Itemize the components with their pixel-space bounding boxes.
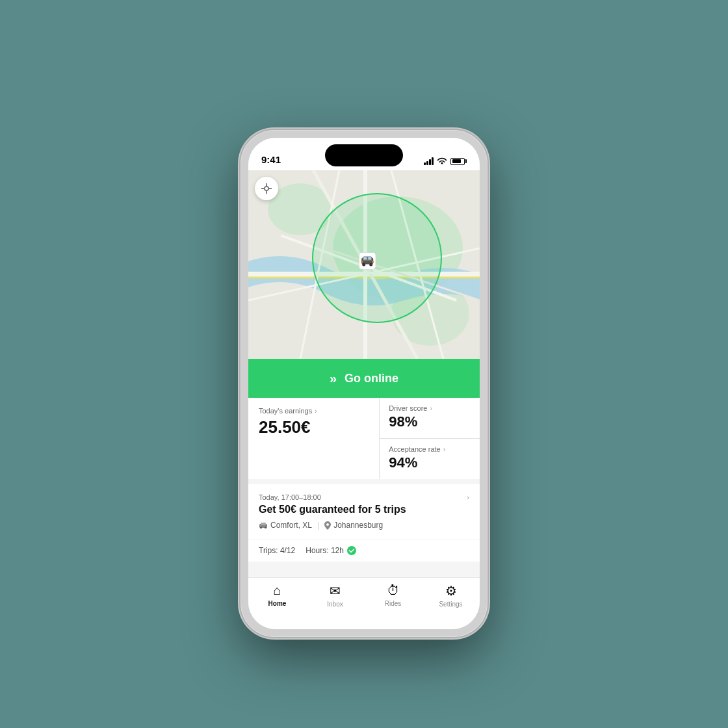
dynamic-island — [325, 144, 403, 166]
settings-nav-label: Settings — [439, 601, 462, 608]
stats-section: Today's earnings › 25.50€ Driver score ›… — [248, 398, 480, 479]
svg-rect-21 — [372, 261, 374, 263]
promo-type: Comfort, XL — [259, 521, 312, 530]
status-bar: 9:41 — [248, 138, 480, 170]
nav-item-home[interactable]: ⌂ Home — [248, 583, 306, 607]
stats-right: Driver score › 98% Acceptance rate › 94% — [380, 398, 480, 479]
svg-point-31 — [347, 546, 356, 555]
acceptance-rate-value: 94% — [389, 454, 471, 471]
check-icon — [347, 546, 356, 555]
hours-progress: Hours: 12h — [306, 546, 356, 555]
rides-nav-label: Rides — [385, 600, 402, 607]
svg-rect-28 — [261, 523, 266, 525]
promo-meta: Comfort, XL | Johannesburg — [259, 521, 469, 530]
promo-card[interactable]: Today, 17:00–18:00 › Get 50€ guaranteed … — [248, 484, 480, 539]
promo-title: Get 50€ guaranteed for 5 trips — [259, 504, 469, 515]
earnings-value: 25.50€ — [259, 417, 369, 437]
map-area — [248, 170, 480, 359]
nav-item-rides[interactable]: ⏱ Rides — [364, 583, 422, 607]
phone-mockup: 9:41 — [240, 130, 488, 637]
svg-rect-16 — [363, 257, 367, 259]
promo-time: Today, 17:00–18:00 › — [259, 493, 469, 501]
go-online-arrows-icon: » — [330, 371, 337, 386]
location-button[interactable] — [255, 177, 278, 200]
go-online-label: Go online — [344, 372, 398, 385]
car-meta-icon — [259, 522, 268, 528]
inbox-nav-label: Inbox — [327, 601, 343, 608]
status-time: 9:41 — [261, 154, 281, 165]
wifi-icon — [437, 157, 447, 165]
driver-score-value: 98% — [389, 413, 471, 430]
earnings-label: Today's earnings › — [259, 407, 369, 415]
progress-area: Trips: 4/12 Hours: 12h — [248, 540, 480, 562]
svg-point-22 — [265, 187, 268, 190]
driver-score-card[interactable]: Driver score › 98% — [380, 398, 480, 438]
signal-icon — [424, 157, 434, 165]
home-nav-icon: ⌂ — [273, 583, 281, 598]
location-meta-icon — [324, 521, 331, 530]
svg-point-18 — [362, 263, 365, 266]
coverage-circle — [312, 193, 442, 323]
promo-location: Johannesburg — [324, 521, 383, 530]
acceptance-rate-label: Acceptance rate › — [389, 445, 471, 453]
nav-item-inbox[interactable]: ✉ Inbox — [306, 583, 364, 608]
inbox-nav-icon: ✉ — [330, 583, 341, 599]
earnings-card[interactable]: Today's earnings › 25.50€ — [248, 398, 379, 479]
svg-rect-20 — [361, 261, 363, 263]
rides-nav-icon: ⏱ — [387, 583, 400, 598]
phone-screen: 9:41 — [248, 138, 480, 629]
car-location-icon — [359, 252, 376, 272]
bottom-nav: ⌂ Home ✉ Inbox ⏱ Rides ⚙ Settings — [248, 577, 480, 629]
settings-nav-icon: ⚙ — [445, 583, 457, 599]
driver-score-label: Driver score › — [389, 404, 471, 412]
home-nav-label: Home — [268, 600, 287, 607]
nav-item-settings[interactable]: ⚙ Settings — [422, 583, 480, 608]
trips-progress: Trips: 4/12 — [259, 546, 295, 555]
svg-rect-17 — [368, 257, 371, 259]
acceptance-rate-card[interactable]: Acceptance rate › 94% — [380, 439, 480, 479]
battery-icon — [450, 158, 467, 165]
go-online-button[interactable]: » Go online — [248, 359, 480, 398]
status-icons — [424, 157, 467, 165]
svg-point-19 — [369, 263, 372, 266]
